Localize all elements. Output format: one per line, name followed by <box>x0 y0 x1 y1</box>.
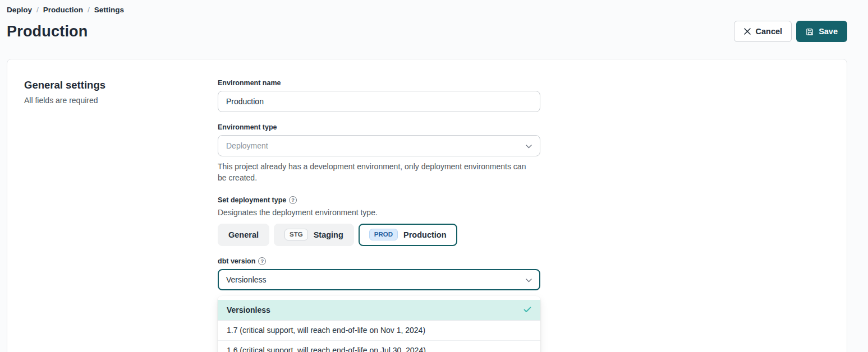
dbt-version-option-versionless[interactable]: Versionless <box>218 300 540 320</box>
save-icon <box>806 27 814 36</box>
deployment-type-label: Set deployment type ? <box>218 196 540 204</box>
breadcrumb-deploy[interactable]: Deploy <box>7 6 32 14</box>
header-row: Production Cancel Save <box>7 21 847 42</box>
dbt-version-label-text: dbt version <box>218 257 255 265</box>
cancel-button-label: Cancel <box>756 27 783 36</box>
dbt-version-field-group: dbt version ? Versionless Versionless <box>218 257 540 352</box>
dbt-version-option-1-7[interactable]: 1.7 (critical support, will reach end-of… <box>218 320 540 340</box>
deployment-type-description: Designates the deployment environment ty… <box>218 208 540 217</box>
section-subheading: All fields are required <box>24 96 218 105</box>
close-icon <box>743 27 751 35</box>
deployment-type-staging-label: Staging <box>314 230 343 239</box>
dbt-version-label: dbt version ? <box>218 257 540 265</box>
help-icon[interactable]: ? <box>289 196 297 204</box>
environment-type-helper: This project already has a development e… <box>218 161 532 184</box>
deployment-type-label-text: Set deployment type <box>218 196 286 204</box>
chevron-down-icon <box>526 275 532 284</box>
dbt-version-option-1-6[interactable]: 1.6 (critical support, will reach end-of… <box>218 340 540 352</box>
header-actions: Cancel Save <box>734 21 847 42</box>
environment-type-label: Environment type <box>218 123 540 131</box>
dbt-version-value: Versionless <box>226 275 267 284</box>
section-intro: General settings All fields are required <box>24 79 218 352</box>
environment-name-input[interactable] <box>218 91 540 112</box>
deployment-type-staging-button[interactable]: STG Staging <box>274 224 354 246</box>
check-icon <box>523 307 531 313</box>
dbt-version-option-label: 1.6 (critical support, will reach end-of… <box>227 346 426 352</box>
save-button-label: Save <box>819 27 838 36</box>
deployment-type-options: General STG Staging PROD Production <box>218 224 540 246</box>
dbt-version-dropdown-menu: Versionless 1.7 (critical support, will … <box>218 296 540 352</box>
breadcrumb: Deploy / Production / Settings <box>7 6 847 14</box>
breadcrumb-separator: / <box>88 6 90 14</box>
breadcrumb-separator: / <box>36 6 39 14</box>
breadcrumb-settings[interactable]: Settings <box>94 6 124 14</box>
environment-type-field-group: Environment type Deployment This project… <box>218 123 540 184</box>
settings-form: Environment name Environment type Deploy… <box>218 79 540 352</box>
page: Deploy / Production / Settings Productio… <box>0 0 868 352</box>
help-icon[interactable]: ? <box>258 257 266 265</box>
chevron-down-icon <box>526 141 532 150</box>
general-settings-card: General settings All fields are required… <box>7 59 847 352</box>
environment-name-field-group: Environment name <box>218 79 540 112</box>
deployment-type-general-button[interactable]: General <box>218 224 269 246</box>
page-title: Production <box>7 23 88 40</box>
deployment-type-general-label: General <box>228 230 259 239</box>
dbt-version-option-label: Versionless <box>227 305 270 314</box>
dbt-version-option-label: 1.7 (critical support, will reach end-of… <box>227 326 425 335</box>
environment-type-value: Deployment <box>226 141 268 150</box>
environment-name-label: Environment name <box>218 79 540 87</box>
save-button[interactable]: Save <box>796 21 847 42</box>
deployment-type-field-group: Set deployment type ? Designates the dep… <box>218 196 540 246</box>
cancel-button[interactable]: Cancel <box>734 21 792 42</box>
environment-type-select[interactable]: Deployment <box>218 135 540 156</box>
dbt-version-select[interactable]: Versionless <box>218 269 540 290</box>
deployment-type-production-button[interactable]: PROD Production <box>359 224 457 246</box>
prod-badge: PROD <box>369 229 398 241</box>
deployment-type-production-label: Production <box>403 230 447 239</box>
breadcrumb-production[interactable]: Production <box>43 6 83 14</box>
section-heading: General settings <box>24 79 218 91</box>
stg-badge: STG <box>284 229 308 241</box>
